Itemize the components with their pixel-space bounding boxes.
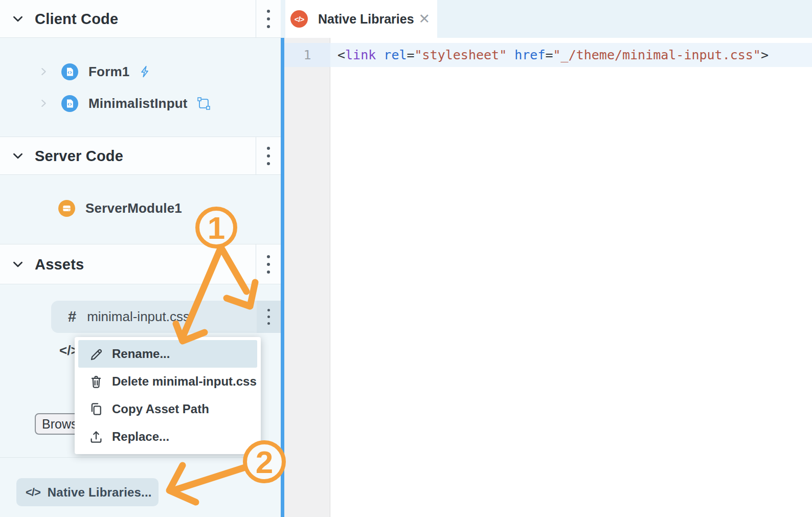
trash-icon (88, 374, 104, 389)
code-line[interactable]: <link rel="stylesheet" href="_/theme/min… (337, 43, 769, 67)
form-icon (61, 63, 78, 80)
tree-item-label: Form1 (88, 64, 129, 80)
tree-item-servermodule1[interactable]: ServerModule1 (0, 192, 256, 224)
server-code-menu-button[interactable] (256, 137, 281, 174)
close-icon[interactable]: ✕ (418, 12, 430, 26)
native-libraries-button[interactable]: </> Native Libraries... (16, 478, 159, 506)
menu-item-rename[interactable]: Rename... (78, 340, 257, 368)
chevron-down-icon[interactable] (11, 149, 25, 163)
anvil-editor: Client Code Form1 MinimalistInput (0, 0, 812, 517)
asset-menu-button[interactable] (257, 301, 281, 333)
tree-item-form1[interactable]: Form1 (0, 55, 256, 88)
menu-item-replace[interactable]: Replace... (78, 423, 257, 451)
assets-menu-button[interactable] (256, 244, 281, 284)
hash-icon: # (68, 308, 76, 325)
pencil-icon (88, 346, 104, 362)
asset-item-minimal-input-css[interactable]: # minimal-input.css (51, 301, 257, 333)
chevron-right-icon[interactable] (38, 66, 49, 77)
asset-context-menu: Rename... Delete minimal-input.css Copy … (75, 337, 261, 454)
client-code-menu-button[interactable] (256, 0, 281, 37)
section-header-client-code[interactable]: Client Code (0, 0, 281, 38)
section-header-assets[interactable]: Assets (0, 244, 281, 284)
upload-icon (88, 429, 104, 444)
chevron-down-icon[interactable] (11, 258, 25, 271)
sidebar-resize-handle[interactable] (281, 38, 284, 517)
section-title: Assets (35, 256, 84, 273)
tree-item-minimalistinput[interactable]: MinimalistInput (0, 87, 256, 120)
editor-gutter (284, 38, 330, 517)
section-header-server-code[interactable]: Server Code (0, 137, 281, 175)
tab-native-libraries[interactable]: </> Native Libraries ✕ (285, 0, 437, 38)
chevron-down-icon[interactable] (11, 12, 25, 26)
tree-item-label: MinimalistInput (88, 96, 188, 111)
divider (0, 457, 281, 458)
lightning-icon (139, 65, 152, 78)
section-title: Client Code (35, 10, 118, 27)
line-number: 1 (284, 43, 330, 67)
native-libraries-icon: </> (290, 10, 308, 28)
tree-item-label: ServerModule1 (85, 200, 182, 216)
menu-item-delete[interactable]: Delete minimal-input.css (78, 368, 257, 395)
copy-icon (88, 401, 104, 417)
code-icon: </> (26, 486, 40, 499)
server-module-icon (58, 200, 75, 217)
asset-label: minimal-input.css (87, 309, 190, 325)
menu-item-copy-asset-path[interactable]: Copy Asset Path (78, 395, 257, 423)
chevron-right-icon[interactable] (38, 98, 49, 109)
form-icon (61, 95, 78, 112)
designer-icon (197, 97, 211, 110)
editor-tab-bar: </> Native Libraries ✕ (281, 0, 812, 38)
section-title: Server Code (35, 147, 123, 164)
code-editor[interactable] (330, 38, 812, 517)
